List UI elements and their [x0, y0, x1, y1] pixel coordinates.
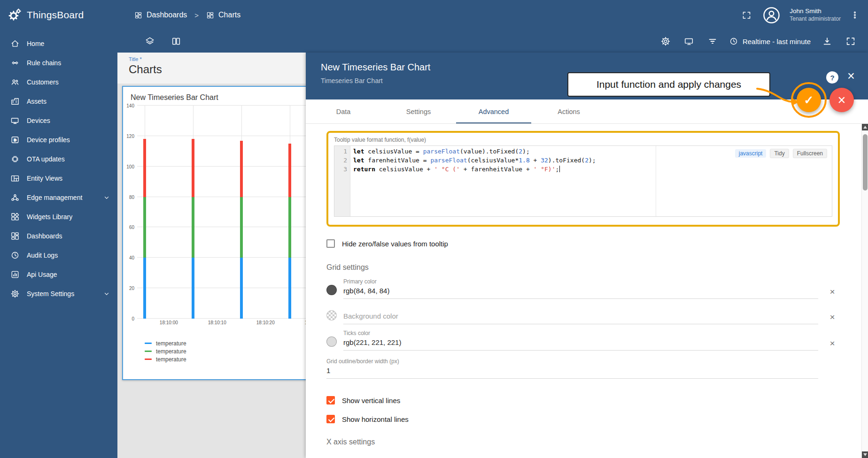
background-color-placeholder[interactable]: Background color: [343, 312, 818, 320]
devices-icon: [10, 116, 20, 125]
panel-title: New Timeseries Bar Chart: [321, 62, 868, 73]
dashboards-icon: [206, 11, 214, 19]
language-mode-badge: javascript: [735, 149, 767, 158]
code-editor[interactable]: 123 let celsiusValue = parseFloat(value)…: [334, 145, 832, 217]
grid-width-value[interactable]: 1: [326, 366, 818, 374]
clear-ticks-color-button[interactable]: ×: [825, 338, 840, 349]
chevron-down-icon: [103, 194, 110, 201]
sidebar-item-api-usage[interactable]: Api Usage: [0, 265, 117, 284]
breadcrumb-dashboards[interactable]: Dashboards: [134, 11, 187, 19]
tab-advanced[interactable]: Advanced: [456, 99, 531, 123]
sidebar-item-dashboards[interactable]: Dashboards: [0, 226, 117, 245]
panel-scrollbar[interactable]: [861, 124, 868, 458]
sidebar-item-devices[interactable]: Devices: [0, 111, 117, 130]
stacked-bar: [240, 106, 243, 319]
background-color-field[interactable]: Background color: [343, 312, 818, 324]
tab-actions[interactable]: Actions: [531, 99, 606, 123]
discard-changes-button[interactable]: ×: [829, 88, 854, 112]
sidebar-item-device-profiles[interactable]: Device profiles: [0, 130, 117, 149]
sidebar-item-assets[interactable]: Assets: [0, 92, 117, 111]
user-avatar[interactable]: [761, 5, 782, 26]
person-icon: [763, 7, 780, 24]
grid-settings-section-label: Grid settings: [326, 263, 840, 272]
edge-management-icon: [10, 193, 20, 202]
primary-color-value[interactable]: rgb(84, 84, 84): [343, 287, 818, 295]
show-horizontal-lines-row[interactable]: Show horizontal lines: [326, 413, 840, 425]
sidebar-item-customers[interactable]: Customers: [0, 72, 117, 92]
thingsboard-logo-icon: [7, 7, 23, 23]
scroll-down-button[interactable]: [862, 451, 868, 458]
help-icon: ?: [830, 74, 834, 82]
kebab-menu-icon: [850, 10, 860, 20]
primary-color-swatch[interactable]: [326, 285, 337, 295]
code-gutter: 123: [334, 146, 350, 216]
hide-zero-checkbox-row[interactable]: Hide zero/false values from tooltip: [326, 238, 840, 249]
ticks-color-value[interactable]: rgb(221, 221, 221): [343, 338, 818, 346]
ticks-color-field[interactable]: Ticks color rgb(221, 221, 221): [343, 330, 818, 351]
customers-icon: [10, 77, 20, 87]
tab-settings[interactable]: Settings: [381, 99, 456, 123]
stacked-bar: [192, 106, 194, 319]
tidy-button[interactable]: Tidy: [770, 149, 789, 158]
legend-item[interactable]: temperature: [145, 347, 328, 355]
sidebar-item-audit-logs[interactable]: Audit Logs: [0, 245, 117, 265]
sidebar-item-ota-updates[interactable]: OTA updates: [0, 149, 117, 168]
primary-color-field[interactable]: Primary color rgb(84, 84, 84): [343, 278, 818, 299]
dashboards-icon: [134, 11, 142, 19]
chart-xaxis: 18:10:0018:10:1018:10:2018:10:30: [137, 319, 323, 327]
clear-primary-color-button[interactable]: ×: [825, 287, 840, 297]
sidebar-item-rule-chains[interactable]: Rule chains: [0, 53, 117, 72]
fullscreen-icon: [845, 36, 856, 46]
scrollbar-thumb[interactable]: [863, 134, 868, 191]
layers-button[interactable]: [143, 34, 157, 48]
chart-plot: [137, 106, 323, 319]
ota-updates-icon: [10, 154, 20, 164]
logo[interactable]: ThingsBoard: [0, 0, 117, 30]
sidebar-item-entity-views[interactable]: Entity Views: [0, 168, 117, 188]
background-color-swatch[interactable]: [326, 310, 337, 321]
tab-data[interactable]: Data: [306, 99, 381, 123]
timeseries-bar-chart-widget[interactable]: New Timeseries Bar Chart 020406080100120…: [122, 86, 329, 380]
editor-fullscreen-button[interactable]: Fullscreen: [793, 149, 827, 158]
tooltip-function-highlight: Tooltip value format function, f(value) …: [326, 131, 840, 227]
ticks-color-swatch[interactable]: [326, 336, 337, 347]
dashboard-fullscreen-button[interactable]: [844, 34, 858, 48]
entity-views-icon: [10, 174, 20, 183]
check-icon: ✓: [804, 93, 814, 107]
sidebar-item-widgets-library[interactable]: Widgets Library: [0, 207, 117, 226]
show-vertical-lines-row[interactable]: Show vertical lines: [326, 395, 840, 406]
header-right: John Smith Tenant administrator: [740, 5, 868, 26]
stacked-bar: [143, 106, 146, 319]
close-panel-button[interactable]: ×: [844, 69, 858, 83]
widget-edit-panel: New Timeseries Bar Chart Timeseries Bar …: [306, 53, 868, 458]
header-menu-button[interactable]: [848, 8, 861, 22]
sidebar-item-edge-management[interactable]: Edge management: [0, 188, 117, 207]
legend-item[interactable]: temperature: [145, 355, 328, 363]
manage-layouts-button[interactable]: [169, 34, 183, 48]
export-dashboard-button[interactable]: [820, 34, 834, 48]
primary-color-row: Primary color rgb(84, 84, 84) ×: [326, 278, 840, 299]
tutorial-callout: Input function and apply changes: [567, 72, 770, 97]
sidebar-item-system-settings[interactable]: System Settings: [0, 284, 117, 303]
rule-chains-icon: [10, 58, 20, 68]
breadcrumb-charts[interactable]: Charts: [206, 11, 240, 19]
close-icon: ×: [847, 69, 855, 83]
entities-icon: [684, 36, 694, 46]
clear-background-color-button[interactable]: ×: [825, 312, 840, 322]
hide-zero-checkbox[interactable]: [326, 239, 335, 248]
timewindow-button[interactable]: Realtime - last minute: [729, 37, 811, 46]
filters-button[interactable]: [705, 34, 720, 48]
fullscreen-icon: [742, 10, 752, 20]
grid-width-field[interactable]: Grid outline/border width (px) 1: [326, 358, 818, 379]
text-caret: [559, 166, 560, 172]
dashboard-settings-button[interactable]: [659, 34, 673, 48]
help-button[interactable]: ?: [826, 71, 838, 84]
show-vertical-lines-checkbox[interactable]: [326, 396, 335, 405]
legend-item[interactable]: temperature: [145, 339, 328, 347]
fullscreen-toggle-button[interactable]: [740, 8, 753, 22]
entity-aliases-button[interactable]: [682, 34, 696, 48]
scroll-up-button[interactable]: [862, 124, 868, 130]
show-horizontal-lines-checkbox[interactable]: [326, 415, 335, 423]
sidebar-item-home[interactable]: Home: [0, 34, 117, 53]
chart-area: 020406080100120140: [123, 106, 328, 319]
